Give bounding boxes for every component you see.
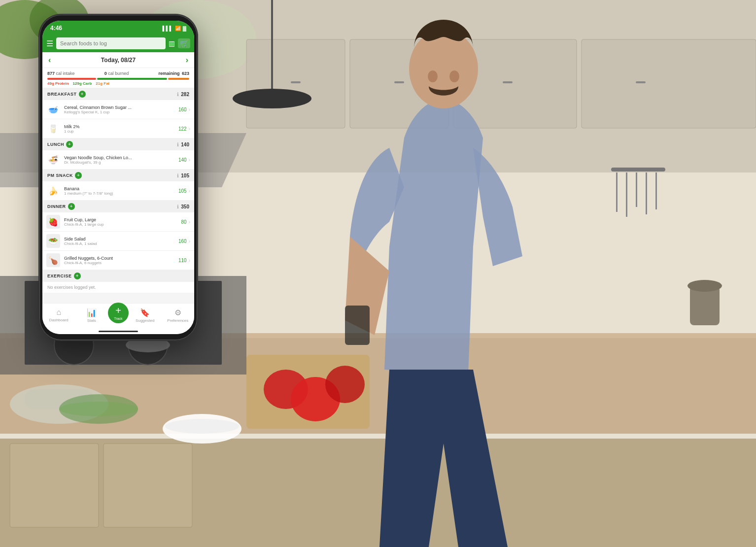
svg-rect-48: [611, 168, 665, 171]
home-indicator: [42, 329, 194, 334]
track-icon: +: [115, 305, 121, 316]
soup-image: 🍜: [46, 153, 60, 167]
nuggets-name: Grilled Nuggets, 6-Count: [64, 256, 178, 261]
add-pmsnack-button[interactable]: +: [75, 172, 82, 179]
barcode-icon[interactable]: ▥: [169, 39, 175, 47]
cereal-item[interactable]: 🥣 Cereal, Cinnamon Brown Sugar ... Kello…: [42, 100, 194, 119]
cart-icon[interactable]: 🛒: [178, 38, 190, 48]
wifi-icon: 📶: [175, 26, 181, 31]
lunch-info-icon[interactable]: ℹ: [177, 142, 179, 147]
svg-rect-44: [626, 172, 627, 217]
phone-screen: 4:46 ▌▌▌ 📶 ▓ ☰ ▥ 🛒 ‹: [42, 21, 194, 334]
status-icons: ▌▌▌ 📶 ▓: [162, 26, 186, 31]
fruitcup-item[interactable]: 🍓 Fruit Cup, Large Chick-fil-A, 1 large …: [42, 212, 194, 232]
dashboard-label: Dashboard: [49, 318, 69, 322]
svg-point-28: [233, 89, 311, 108]
fruitcup-calories: 80: [181, 219, 187, 225]
svg-rect-42: [345, 306, 370, 345]
fruitcup-name: Fruit Cup, Large: [64, 217, 181, 222]
salad-desc: Chick-fil-A, 1 salad: [64, 241, 178, 246]
fruitcup-arrow-icon: ›: [189, 219, 190, 225]
svg-point-36: [325, 366, 365, 403]
nuggets-image: 🍗: [46, 253, 60, 267]
prev-date-button[interactable]: ‹: [48, 56, 51, 65]
soup-calories: 140: [178, 157, 187, 163]
cal-intake: 877 cal intake: [47, 71, 75, 76]
svg-rect-12: [636, 81, 646, 83]
nav-dashboard[interactable]: ⌂ Dashboard: [42, 308, 75, 322]
add-exercise-button[interactable]: +: [74, 273, 81, 279]
milk-desc: 1 cup: [64, 129, 178, 134]
svg-rect-9: [291, 81, 301, 83]
svg-rect-10: [394, 81, 404, 83]
add-breakfast-button[interactable]: +: [79, 91, 86, 98]
svg-point-41: [449, 70, 459, 82]
nav-suggested[interactable]: 🔖 Suggested: [129, 308, 162, 323]
dinner-header: DINNER + ℹ 350: [42, 201, 194, 212]
banana-image: 🍌: [46, 184, 60, 198]
fruitcup-info: Fruit Cup, Large Chick-fil-A, 1 large cu…: [64, 217, 181, 227]
milk-item[interactable]: 🥛 Milk 2% 1 cup 122 ›: [42, 119, 194, 138]
cal-burned: 0 cal burned: [104, 71, 129, 76]
fat-bar: [168, 78, 189, 80]
status-time: 4:46: [50, 25, 62, 32]
pmsnack-section: PM SNACK + ℹ 105 🍌 Banana: [42, 170, 194, 201]
svg-rect-11: [503, 81, 513, 83]
battery-icon: ▓: [183, 26, 186, 31]
signal-icon: ▌▌▌: [162, 26, 172, 31]
calorie-summary: 877 cal intake 0 cal burned remaining 62…: [42, 68, 194, 88]
stats-icon: 📊: [87, 308, 97, 317]
lunch-title: LUNCH: [47, 142, 64, 147]
soup-item[interactable]: 🍜 Vegan Noodle Soup, Chicken Lo... Dr. M…: [42, 150, 194, 170]
cal-remaining: remaining 623: [158, 71, 189, 76]
nuggets-desc: Chick-fil-A, 6 nuggets: [64, 261, 178, 265]
nuggets-item[interactable]: 🍗 Grilled Nuggets, 6-Count Chick-fil-A, …: [42, 251, 194, 270]
banana-arrow-icon: ›: [189, 188, 190, 194]
carb-label: 129g Carb: [73, 81, 92, 86]
pmsnack-calories: 105: [181, 173, 189, 178]
svg-rect-16: [10, 444, 99, 527]
banana-calories: 105: [178, 188, 187, 194]
home-bar: [99, 331, 138, 332]
svg-point-39: [409, 30, 478, 108]
phone-body: 4:46 ▌▌▌ 📶 ▓ ☰ ▥ 🛒 ‹: [39, 15, 197, 340]
banana-name: Banana: [64, 186, 178, 191]
pmsnack-info-icon[interactable]: ℹ: [177, 173, 179, 178]
phone-frame: 4:46 ▌▌▌ 📶 ▓ ☰ ▥ 🛒 ‹: [39, 15, 197, 340]
breakfast-header: BREAKFAST + ℹ 282: [42, 88, 194, 100]
add-dinner-button[interactable]: +: [68, 203, 75, 210]
breakfast-info-icon[interactable]: ℹ: [177, 92, 179, 97]
nav-stats[interactable]: 📊 Stats: [75, 308, 108, 323]
nav-track-button[interactable]: + Track: [108, 303, 129, 323]
next-date-button[interactable]: ›: [186, 56, 188, 65]
stats-label: Stats: [87, 318, 96, 323]
svg-rect-8: [582, 39, 756, 128]
add-lunch-button[interactable]: +: [66, 141, 73, 148]
svg-point-40: [428, 70, 438, 82]
banana-info: Banana 1 medium (7" to 7-7/8" long): [64, 186, 178, 196]
salad-item[interactable]: 🥗 Side Salad Chick-fil-A, 1 salad 160 ›: [42, 232, 194, 251]
dinner-calories: 350: [181, 204, 189, 209]
salad-calories: 160: [178, 239, 187, 244]
hamburger-menu-icon[interactable]: ☰: [46, 39, 53, 48]
cereal-image: 🥣: [46, 103, 60, 116]
track-label: Track: [114, 317, 122, 320]
status-bar: 4:46 ▌▌▌ 📶 ▓: [42, 21, 194, 34]
soup-desc: Dr. Mcdougall's, 39 g: [64, 160, 178, 165]
cereal-name: Cereal, Cinnamon Brown Sugar ...: [64, 105, 178, 110]
nav-preferences[interactable]: ⚙ Preferences: [162, 308, 195, 323]
soup-info: Vegan Noodle Soup, Chicken Lo... Dr. Mcd…: [64, 155, 178, 165]
food-search-input[interactable]: [56, 37, 166, 49]
pmsnack-title: PM SNACK: [47, 173, 73, 178]
preferences-icon: ⚙: [174, 308, 181, 317]
soup-name: Vegan Noodle Soup, Chicken Lo...: [64, 155, 178, 160]
nuggets-info: Grilled Nuggets, 6-Count Chick-fil-A, 6 …: [64, 256, 178, 265]
svg-point-50: [687, 280, 722, 292]
exercise-header: EXERCISE +: [42, 270, 194, 282]
current-date: Today, 08/27: [101, 57, 136, 64]
dinner-title: DINNER: [47, 204, 66, 209]
banana-item[interactable]: 🍌 Banana 1 medium (7" to 7-7/8" long) 10…: [42, 181, 194, 201]
preferences-label: Preferences: [167, 318, 188, 323]
date-navigation: ‹ Today, 08/27 ›: [42, 52, 194, 68]
dinner-info-icon[interactable]: ℹ: [177, 204, 179, 209]
